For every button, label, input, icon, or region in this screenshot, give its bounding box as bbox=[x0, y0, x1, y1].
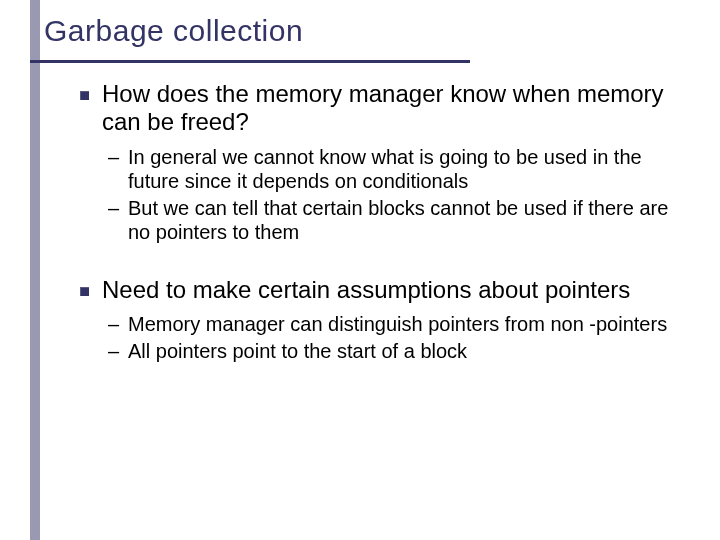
dash-icon: – bbox=[108, 145, 119, 169]
dash-icon: – bbox=[108, 312, 119, 336]
slide-body: How does the memory manager know when me… bbox=[80, 80, 680, 395]
sub-bullet-item: – In general we cannot know what is goin… bbox=[108, 145, 680, 193]
bullet-text: Need to make certain assumptions about p… bbox=[102, 276, 630, 303]
square-bullet-icon bbox=[80, 287, 89, 296]
accent-stripe bbox=[30, 0, 40, 540]
sub-bullet-item: – All pointers point to the start of a b… bbox=[108, 339, 680, 363]
sub-bullet-text: Memory manager can distinguish pointers … bbox=[128, 313, 667, 335]
sub-bullet-list: – Memory manager can distinguish pointer… bbox=[108, 312, 680, 363]
sub-bullet-item: – Memory manager can distinguish pointer… bbox=[108, 312, 680, 336]
sub-bullet-text: In general we cannot know what is going … bbox=[128, 146, 642, 192]
sub-bullet-item: – But we can tell that certain blocks ca… bbox=[108, 196, 680, 244]
bullet-item: Need to make certain assumptions about p… bbox=[80, 276, 680, 304]
sub-bullet-text: But we can tell that certain blocks cann… bbox=[128, 197, 668, 243]
dash-icon: – bbox=[108, 339, 119, 363]
bullet-text: How does the memory manager know when me… bbox=[102, 80, 664, 135]
title-underline bbox=[30, 60, 470, 63]
sub-bullet-text: All pointers point to the start of a blo… bbox=[128, 340, 467, 362]
sub-bullet-list: – In general we cannot know what is goin… bbox=[108, 145, 680, 244]
slide: Garbage collection How does the memory m… bbox=[0, 0, 720, 540]
dash-icon: – bbox=[108, 196, 119, 220]
square-bullet-icon bbox=[80, 91, 89, 100]
slide-title: Garbage collection bbox=[44, 14, 303, 48]
bullet-item: How does the memory manager know when me… bbox=[80, 80, 680, 137]
